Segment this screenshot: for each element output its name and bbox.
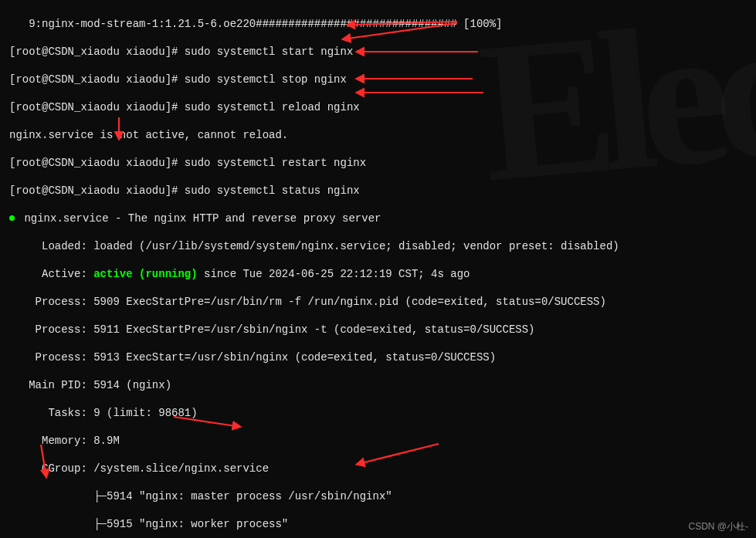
command-text: sudo systemctl stop nginx bbox=[185, 73, 347, 86]
status-tasks: Tasks: 9 (limit: 98681) bbox=[9, 406, 754, 420]
cgroup-tree-row: ├─5914 "nginx: master process /usr/sbin/… bbox=[9, 489, 754, 503]
cmd-status-nginx: [root@CSDN_xiaodu xiaodu]# sudo systemct… bbox=[9, 184, 754, 198]
credit-text: CSDN @小杜- bbox=[688, 519, 748, 533]
cgroup-tree-row: ├─5915 "nginx: worker process" bbox=[9, 517, 754, 531]
status-loaded: Loaded: loaded (/usr/lib/systemd/system/… bbox=[9, 239, 754, 253]
command-text: sudo systemctl status nginx bbox=[185, 184, 360, 197]
terminal-output: 9:nginx-mod-stream-1:1.21.5-6.oe220#####… bbox=[0, 0, 756, 538]
prompt: [root@CSDN_xiaodu xiaodu]# bbox=[9, 46, 185, 58]
prompt: [root@CSDN_xiaodu xiaodu]# bbox=[9, 101, 185, 113]
active-label: Active: bbox=[9, 268, 93, 280]
command-text: sudo systemctl start nginx bbox=[185, 46, 353, 58]
reload-error: nginx.service is not active, cannot relo… bbox=[9, 128, 754, 142]
active-since: since Tue 2024-06-25 22:12:19 CST; 4s ag… bbox=[198, 268, 470, 280]
status-main-pid: Main PID: 5914 (nginx) bbox=[9, 378, 754, 392]
prompt: [root@CSDN_xiaodu xiaodu]# bbox=[9, 184, 185, 197]
active-running: active (running) bbox=[93, 268, 197, 280]
status-active: Active: active (running) since Tue 2024-… bbox=[9, 267, 754, 281]
command-text: sudo systemctl reload nginx bbox=[185, 101, 360, 113]
prompt: [root@CSDN_xiaodu xiaodu]# bbox=[9, 157, 185, 169]
install-progress-line: 9:nginx-mod-stream-1:1.21.5-6.oe220#####… bbox=[9, 17, 754, 31]
cmd-reload-nginx: [root@CSDN_xiaodu xiaodu]# sudo systemct… bbox=[9, 100, 754, 114]
status-process-2: Process: 5911 ExecStartPre=/usr/sbin/ngi… bbox=[9, 323, 754, 337]
status-dot-icon bbox=[9, 215, 15, 221]
command-text: sudo systemctl restart nginx bbox=[185, 157, 366, 169]
status-title: nginx.service - The nginx HTTP and rever… bbox=[9, 211, 754, 225]
status-process-1: Process: 5909 ExecStartPre=/usr/bin/rm -… bbox=[9, 295, 754, 309]
cmd-start-nginx: [root@CSDN_xiaodu xiaodu]# sudo systemct… bbox=[9, 45, 754, 59]
status-process-3: Process: 5913 ExecStart=/usr/sbin/nginx … bbox=[9, 350, 754, 364]
cmd-restart-nginx: [root@CSDN_xiaodu xiaodu]# sudo systemct… bbox=[9, 156, 754, 170]
cmd-stop-nginx: [root@CSDN_xiaodu xiaodu]# sudo systemct… bbox=[9, 73, 754, 86]
status-memory: Memory: 8.9M bbox=[9, 434, 754, 448]
status-cgroup: CGroup: /system.slice/nginx.service bbox=[9, 462, 754, 475]
prompt: [root@CSDN_xiaodu xiaodu]# bbox=[9, 73, 185, 86]
status-title-text: nginx.service - The nginx HTTP and rever… bbox=[18, 212, 381, 225]
